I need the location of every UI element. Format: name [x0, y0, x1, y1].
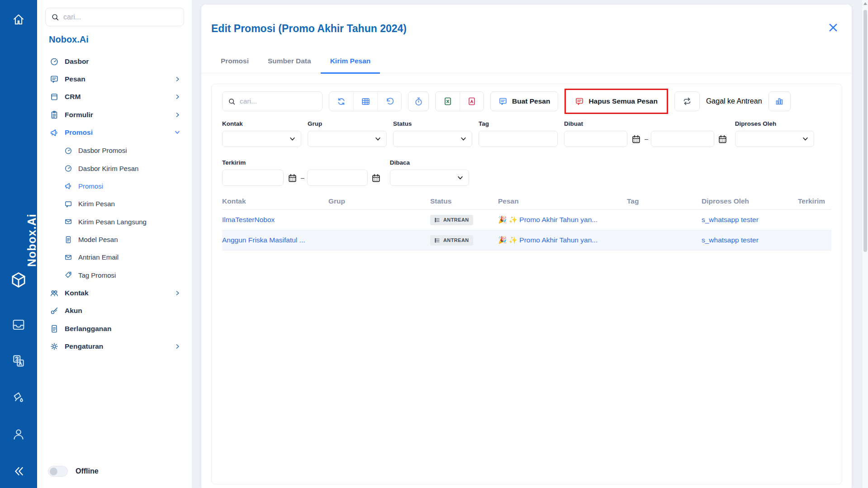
col-terkirim[interactable]: Terkirim	[798, 197, 831, 205]
diproses-oleh-link[interactable]: s_whatsapp tester	[702, 236, 798, 244]
pesan-link[interactable]: 🎉 ✨ Promo Akhir Tahun yan...	[498, 216, 627, 224]
scrollbar-thumb[interactable]	[863, 10, 867, 252]
col-tag[interactable]: Tag	[627, 197, 702, 205]
status-badge: ANTREAN	[430, 235, 473, 246]
table-search-input[interactable]	[240, 97, 317, 105]
tab-kirim-pesan[interactable]: Kirim Pesan	[321, 52, 380, 74]
sidebar-item-crm[interactable]: CRM	[37, 88, 192, 106]
search-icon	[51, 13, 59, 21]
home-icon[interactable]	[12, 13, 25, 26]
scroll-up-arrow[interactable]	[863, 2, 867, 5]
schedule-button[interactable]	[408, 91, 429, 111]
clipboard-icon	[50, 110, 59, 119]
diproses-oleh-link[interactable]: s_whatsapp tester	[702, 216, 798, 224]
dibuat-to-input[interactable]	[651, 131, 714, 147]
sidebar-nav: Dasbor Pesan CRM Formulir Promosi Dasbor…	[37, 52, 192, 355]
calendar-icon[interactable]	[370, 171, 382, 185]
terkirim-to-input[interactable]	[307, 170, 368, 186]
col-diproses-oleh[interactable]: Diproses Oleh	[702, 197, 798, 205]
kontak-link[interactable]: Anggun Friska Masifatul ...	[222, 236, 328, 244]
app-rail: Nobox.Ai	[0, 0, 37, 488]
gagal-ke-antrean-label: Gagal ke Antrean	[706, 97, 762, 105]
col-kontak[interactable]: Kontak	[222, 197, 328, 205]
col-status[interactable]: Status	[430, 197, 498, 205]
edit-promosi-modal: Edit Promosi (Promo Akhir Tahun 2024) Pr…	[201, 5, 852, 488]
tag-icon	[64, 271, 72, 279]
sidebar-item-label: Berlangganan	[65, 325, 111, 333]
close-icon[interactable]	[827, 22, 839, 33]
sidebar-item-akun[interactable]: Akun	[37, 302, 192, 319]
kontak-filter-select[interactable]	[222, 131, 301, 147]
statistics-button[interactable]	[768, 91, 791, 111]
table-header-row: Kontak Grup Status Pesan Tag Diproses Ol…	[222, 193, 831, 210]
sidebar-item-formulir[interactable]: Formulir	[37, 106, 192, 123]
sidebar-search-input[interactable]	[63, 13, 178, 21]
offline-toggle[interactable]	[48, 466, 68, 477]
chevron-right-icon	[175, 290, 180, 296]
sidebar-item-kontak[interactable]: Kontak	[37, 284, 192, 302]
message-icon	[50, 75, 59, 84]
sidebar-item-model-pesan[interactable]: Model Pesan	[37, 231, 192, 248]
terkirim-from-input[interactable]	[222, 170, 284, 186]
sidebar-item-label: CRM	[65, 93, 81, 101]
sidebar-item-label: Kirim Pesan Langsung	[78, 218, 147, 226]
sidebar-search[interactable]	[45, 8, 184, 26]
status-filter-select[interactable]	[393, 131, 472, 147]
date-range-separator: –	[645, 135, 648, 142]
calendar-icon[interactable]	[717, 132, 729, 146]
sidebar-item-kirim-pesan[interactable]: Kirim Pesan	[37, 195, 192, 213]
chevron-down-icon	[289, 137, 295, 142]
calendar-icon[interactable]	[286, 171, 298, 185]
sidebar-item-berlangganan[interactable]: Berlangganan	[37, 320, 192, 337]
gauge-icon	[64, 147, 72, 155]
gear-icon	[50, 342, 59, 351]
message-icon	[498, 97, 508, 106]
tag-filter-input[interactable]	[479, 131, 558, 147]
theme-paint-icon[interactable]	[11, 390, 26, 404]
sidebar-item-pengaturan[interactable]: Pengaturan	[37, 337, 192, 355]
dibuat-from-input[interactable]	[564, 131, 627, 147]
sidebar-item-label: Dasbor Kirim Pesan	[78, 165, 138, 172]
page-scrollbar[interactable]	[862, 0, 868, 488]
chevron-down-icon	[375, 137, 381, 142]
queue-list-icon	[434, 217, 440, 223]
message-delete-icon	[575, 97, 584, 106]
sidebar-item-promosi-sub[interactable]: Promosi	[37, 177, 192, 195]
tab-sumber-data[interactable]: Sumber Data	[258, 52, 321, 73]
buat-pesan-button[interactable]: Buat Pesan	[490, 91, 558, 111]
dibaca-filter-select[interactable]	[390, 170, 469, 186]
pesan-link[interactable]: 🎉 ✨ Promo Akhir Tahun yan...	[498, 236, 627, 244]
sidebar-item-label: Kontak	[65, 289, 89, 297]
sidebar-item-label: Pengaturan	[65, 342, 103, 351]
sidebar-item-dasbor-promosi[interactable]: Dasbor Promosi	[37, 142, 192, 159]
refresh-button[interactable]	[329, 92, 353, 111]
tab-promosi[interactable]: Promosi	[211, 52, 258, 73]
calendar-icon[interactable]	[630, 132, 642, 146]
col-pesan[interactable]: Pesan	[498, 197, 627, 205]
table-search[interactable]	[222, 91, 323, 111]
sidebar-item-tag-promosi[interactable]: Tag Promosi	[37, 266, 192, 284]
sidebar-item-kirim-pesan-langsung[interactable]: Kirim Pesan Langsung	[37, 213, 192, 231]
dibaca-filter-label: Dibaca	[390, 159, 469, 166]
profile-icon[interactable]	[11, 427, 26, 441]
gagal-ke-antrean-button[interactable]	[674, 91, 700, 111]
hapus-semua-pesan-button[interactable]: Hapus Semua Pesan	[567, 91, 665, 111]
inbox-tray-icon[interactable]	[11, 317, 26, 332]
sidebar-item-label: Antrian Email	[78, 253, 119, 261]
kontak-link[interactable]: IlmaTesterNobox	[222, 216, 328, 224]
sidebar-item-promosi[interactable]: Promosi	[37, 124, 192, 142]
export-excel-button[interactable]	[436, 92, 460, 111]
translate-icon[interactable]	[11, 354, 26, 368]
sidebar-item-dasbor-kirim-pesan[interactable]: Dasbor Kirim Pesan	[37, 159, 192, 177]
collapse-sidebar-icon[interactable]	[11, 464, 26, 479]
grup-filter-select[interactable]	[308, 131, 387, 147]
col-grup[interactable]: Grup	[328, 197, 430, 205]
sidebar-item-dasbor[interactable]: Dasbor	[37, 52, 192, 70]
sidebar-item-pesan[interactable]: Pesan	[37, 70, 192, 88]
sidebar-item-antrian-email[interactable]: Antrian Email	[37, 248, 192, 266]
diproses-oleh-filter-select[interactable]	[735, 131, 814, 147]
reset-button[interactable]	[377, 92, 401, 111]
search-icon	[228, 98, 236, 105]
export-pdf-button[interactable]	[460, 92, 484, 111]
columns-button[interactable]	[353, 92, 377, 111]
